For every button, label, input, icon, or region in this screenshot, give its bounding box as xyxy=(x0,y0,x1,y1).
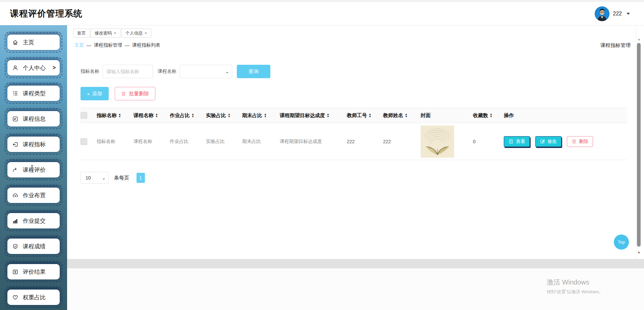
column-header-favorites[interactable]: 收藏数▲▼ xyxy=(473,108,504,123)
row-checkbox[interactable] xyxy=(80,138,87,145)
sidebar-item-course-indicator[interactable]: 课程指标 xyxy=(5,134,62,155)
text-cursor xyxy=(30,165,34,173)
page-size-select[interactable]: 10 xyxy=(80,172,109,184)
close-icon[interactable]: × xyxy=(114,31,116,36)
sort-icon[interactable]: ▲▼ xyxy=(405,113,408,118)
edit-button[interactable]: 修改 xyxy=(535,136,561,147)
sidebar-item-weight-ratio[interactable]: 权重占比 xyxy=(5,287,62,308)
sidebar-item-label: 评价结果 xyxy=(23,268,56,276)
course-name-select[interactable] xyxy=(180,65,232,78)
page-1-button[interactable]: 1 xyxy=(137,173,145,183)
sort-icon[interactable]: ▲▼ xyxy=(264,113,267,118)
column-header-experiment-ratio[interactable]: 实验占比▲▼ xyxy=(206,108,242,123)
watermark-line2: 转到“设置”以激活 Windows。 xyxy=(547,289,603,295)
sidebar-item-homework-submit[interactable]: 作业提交 xyxy=(5,210,62,231)
sort-icon[interactable]: ▲▼ xyxy=(327,113,329,118)
toolbar: + 添加 批量删除 xyxy=(80,87,155,100)
back-to-top-button[interactable]: Top xyxy=(614,235,629,250)
trash-icon xyxy=(572,139,577,144)
sidebar-item-label: 课程指标 xyxy=(23,141,56,148)
column-header-teacher-name[interactable]: 教师姓名▲▼ xyxy=(383,108,421,123)
footer-area: 激活 Windows 转到“设置”以激活 Windows。 xyxy=(67,268,644,310)
indicator-name-label: 指标名称 xyxy=(80,68,99,74)
batch-delete-button[interactable]: 批量删除 xyxy=(115,87,155,100)
plus-icon: + xyxy=(87,91,90,97)
indicator-name-input[interactable] xyxy=(103,65,153,78)
cell-favorites: 0 xyxy=(473,123,504,160)
trash-icon xyxy=(121,91,126,96)
add-button[interactable]: + 添加 xyxy=(80,87,109,100)
sort-icon[interactable]: ▲▼ xyxy=(369,113,371,118)
search-form: 指标名称 课程名称 ⌄ 查询 xyxy=(80,65,270,78)
tab-personal-info[interactable]: 个人信息 × xyxy=(121,29,151,38)
tab-home[interactable]: 首页 xyxy=(73,29,90,38)
sort-icon[interactable]: ▲▼ xyxy=(192,113,194,118)
sidebar-item-evaluation-result[interactable]: 评价结果 xyxy=(5,261,62,282)
sort-icon[interactable]: ▲▼ xyxy=(490,113,492,118)
delete-button-label: 删除 xyxy=(579,139,588,145)
column-header-course-name[interactable]: 课程名称▲▼ xyxy=(133,108,170,123)
sidebar-item-label: 课程成绩 xyxy=(23,243,56,250)
share-arrow-icon xyxy=(12,167,18,173)
sidebar-item-label: 课程类型 xyxy=(23,90,56,97)
column-header-indicator-name[interactable]: 指标名称▲▼ xyxy=(97,108,133,123)
column-header-final-ratio[interactable]: 期末占比▲▼ xyxy=(242,108,280,123)
watermark-line1: 激活 Windows xyxy=(547,278,603,287)
sidebar-item-course-grades[interactable]: 课程成绩 xyxy=(5,236,62,257)
cell-actions: 查看 修改 删除 xyxy=(504,123,627,160)
sidebar-item-course-type[interactable]: 课程类型 xyxy=(5,83,62,104)
column-header-cover: 封面 xyxy=(421,108,473,123)
breadcrumb-separator: — xyxy=(87,43,91,48)
cell-expected-achievement: 课程期望目标达成度 xyxy=(280,123,347,160)
sidebar-item-home[interactable]: 主页 xyxy=(5,32,62,53)
result-document-icon xyxy=(12,269,18,275)
column-header-expected-achievement[interactable]: 课程期望目标达成度▲▼ xyxy=(280,108,347,123)
user-menu[interactable]: 222 xyxy=(595,6,630,21)
user-avatar[interactable] xyxy=(595,6,609,21)
bar-chart-icon xyxy=(12,218,18,224)
sort-icon[interactable]: ▲▼ xyxy=(155,113,158,118)
cell-indicator-name: 指标名称 xyxy=(97,123,133,160)
scrollbar-track[interactable]: ▲ ▼ xyxy=(636,25,641,259)
scroll-up-icon[interactable]: ▲ xyxy=(636,38,642,41)
select-all-checkbox[interactable] xyxy=(80,112,87,119)
scrollbar-thumb[interactable] xyxy=(637,43,641,247)
close-icon[interactable]: × xyxy=(145,31,147,36)
user-icon xyxy=(12,65,18,71)
tab-change-password[interactable]: 修改密码 × xyxy=(91,29,120,38)
view-button-label: 查看 xyxy=(516,139,525,145)
book-cover-image[interactable] xyxy=(421,125,454,158)
sidebar-item-label: 作业布置 xyxy=(23,192,56,199)
sidebar-item-label: 主页 xyxy=(23,39,56,46)
edit-pencil-icon xyxy=(540,139,545,144)
breadcrumb-separator: — xyxy=(125,43,129,48)
delete-button[interactable]: 删除 xyxy=(567,136,593,147)
cell-final-ratio: 期末占比 xyxy=(242,123,280,160)
sidebar-item-homework-assign[interactable]: 作业布置 xyxy=(5,185,62,206)
tab-label: 修改密码 xyxy=(95,30,112,36)
main-content: 首页 修改密码 × 个人信息 × 主页 — 课程指标管理 — 课程指标列表 课程… xyxy=(67,25,644,259)
breadcrumb: 主页 — 课程指标管理 — 课程指标列表 xyxy=(74,42,160,48)
column-header-homework-ratio[interactable]: 作业占比▲▼ xyxy=(170,108,206,123)
view-button[interactable]: 查看 xyxy=(504,136,530,147)
breadcrumb-home-link[interactable]: 主页 xyxy=(74,42,84,48)
cell-cover xyxy=(421,123,473,160)
scroll-down-icon[interactable]: ▼ xyxy=(636,251,642,254)
breadcrumb-level2: 课程指标列表 xyxy=(132,42,160,48)
column-header-teacher-id[interactable]: 教师工号▲▼ xyxy=(347,108,383,123)
per-page-label: 条每页 xyxy=(114,175,129,181)
query-button[interactable]: 查询 xyxy=(237,65,270,78)
breadcrumb-row: 主页 — 课程指标管理 — 课程指标列表 课程指标管理 xyxy=(74,41,631,50)
avatar-photo-icon xyxy=(595,6,609,21)
sidebar-item-personal-center[interactable]: 个人中心 > xyxy=(5,57,62,78)
edit-button-label: 修改 xyxy=(547,139,557,145)
tab-bar: 首页 修改密码 × 个人信息 × xyxy=(67,25,644,39)
sidebar-item-label: 作业提交 xyxy=(23,217,56,225)
sidebar-item-course-info[interactable]: 课程信息 xyxy=(5,108,62,129)
indicator-table: 指标名称▲▼ 课程名称▲▼ 作业占比▲▼ 实验占比▲▼ 期末占比▲▼ 课程期望目… xyxy=(80,108,627,160)
sort-icon[interactable]: ▲▼ xyxy=(228,113,230,118)
sort-icon[interactable]: ▲▼ xyxy=(118,113,121,118)
column-header-actions: 操作 xyxy=(504,108,627,123)
user-caret-down-icon[interactable] xyxy=(627,13,630,15)
content-bottom-divider xyxy=(67,259,644,268)
